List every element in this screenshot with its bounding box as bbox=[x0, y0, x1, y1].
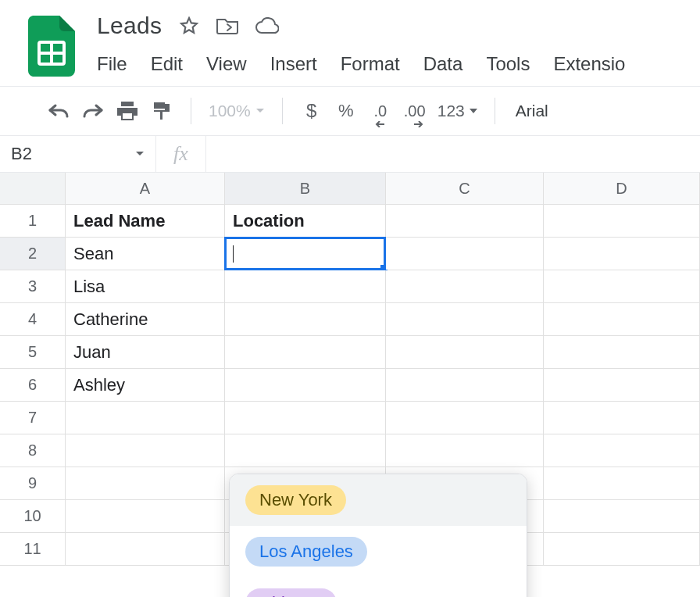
menu-tools[interactable]: Tools bbox=[486, 53, 530, 75]
cell-D9[interactable] bbox=[544, 467, 700, 499]
cell-B6[interactable] bbox=[225, 369, 386, 401]
cell-A5[interactable]: Juan bbox=[66, 336, 225, 368]
percent-format-button[interactable]: % bbox=[334, 98, 358, 124]
decrease-decimal-button[interactable]: .0 bbox=[369, 98, 392, 124]
cell-A7[interactable] bbox=[66, 402, 225, 434]
dropdown-option-los-angeles[interactable]: Los Angeles bbox=[230, 526, 527, 577]
cell-A6[interactable]: Ashley bbox=[66, 369, 225, 401]
cell-C8[interactable] bbox=[386, 434, 544, 467]
move-icon[interactable] bbox=[216, 16, 238, 35]
print-button[interactable] bbox=[116, 98, 139, 124]
menu-extensions[interactable]: Extensio bbox=[553, 53, 625, 75]
col-header-C[interactable]: C bbox=[386, 173, 544, 204]
toolbar: 100% $ % .0 .00 123 Arial bbox=[0, 98, 700, 124]
col-header-D[interactable]: D bbox=[544, 173, 700, 204]
cell-B4[interactable] bbox=[225, 303, 386, 335]
currency-format-button[interactable]: $ bbox=[300, 98, 323, 124]
row-header-3[interactable]: 3 bbox=[0, 270, 66, 302]
menu-bar: File Edit View Insert Format Data Tools … bbox=[97, 53, 625, 75]
menu-insert[interactable]: Insert bbox=[270, 53, 317, 75]
undo-button[interactable] bbox=[47, 98, 70, 124]
cell-D1[interactable] bbox=[544, 205, 700, 237]
row-header-9[interactable]: 9 bbox=[0, 467, 66, 499]
chip-chicago: Chicago bbox=[245, 588, 337, 597]
dropdown-option-chicago[interactable]: Chicago bbox=[230, 577, 527, 597]
cell-D6[interactable] bbox=[544, 369, 700, 401]
doc-title[interactable]: Leads bbox=[97, 13, 162, 39]
cell-B5[interactable] bbox=[225, 336, 386, 368]
cell-C4[interactable] bbox=[386, 303, 544, 335]
cell-D4[interactable] bbox=[544, 303, 700, 335]
cell-B7[interactable] bbox=[225, 402, 386, 434]
cell-D11[interactable] bbox=[544, 533, 700, 565]
row-header-7[interactable]: 7 bbox=[0, 402, 66, 434]
row-header-2[interactable]: 2 bbox=[0, 238, 66, 270]
select-all-corner[interactable] bbox=[0, 173, 66, 204]
cell-B1[interactable]: Location bbox=[225, 205, 386, 237]
cell-D8[interactable] bbox=[544, 434, 700, 467]
cell-A9[interactable] bbox=[66, 467, 225, 499]
name-box[interactable]: B2 bbox=[0, 136, 156, 172]
menu-edit[interactable]: Edit bbox=[151, 53, 183, 75]
name-box-value: B2 bbox=[11, 144, 32, 164]
star-icon[interactable] bbox=[179, 16, 199, 36]
redo-button[interactable] bbox=[81, 98, 105, 124]
cell-A3[interactable]: Lisa bbox=[66, 270, 225, 302]
number-format-select[interactable]: 123 bbox=[438, 102, 477, 120]
cell-A11[interactable] bbox=[66, 533, 225, 565]
formula-input[interactable] bbox=[206, 136, 700, 172]
row-header-5[interactable]: 5 bbox=[0, 336, 66, 368]
cell-C1[interactable] bbox=[386, 205, 544, 237]
font-select[interactable]: Arial bbox=[512, 102, 552, 120]
active-cell-border bbox=[224, 237, 386, 270]
menu-file[interactable]: File bbox=[97, 53, 127, 75]
row-header-8[interactable]: 8 bbox=[0, 434, 66, 467]
row-header-6[interactable]: 6 bbox=[0, 369, 66, 401]
col-header-B[interactable]: B bbox=[225, 173, 386, 204]
cell-A8[interactable] bbox=[66, 434, 225, 467]
row-header-4[interactable]: 4 bbox=[0, 303, 66, 335]
paint-format-button[interactable] bbox=[150, 98, 173, 124]
sheets-logo-icon[interactable] bbox=[28, 16, 75, 75]
cell-B3[interactable] bbox=[225, 270, 386, 302]
cell-D10[interactable] bbox=[544, 500, 700, 532]
cell-C3[interactable] bbox=[386, 270, 544, 302]
cell-C6[interactable] bbox=[386, 369, 544, 401]
row-header-10[interactable]: 10 bbox=[0, 500, 66, 532]
cell-A2[interactable]: Sean bbox=[66, 238, 225, 270]
dropdown-option-new-york[interactable]: New York bbox=[230, 474, 527, 526]
menu-format[interactable]: Format bbox=[341, 53, 400, 75]
row-header-11[interactable]: 11 bbox=[0, 533, 66, 565]
menu-view[interactable]: View bbox=[206, 53, 247, 75]
cell-C2[interactable] bbox=[386, 238, 544, 270]
cell-B2[interactable] bbox=[225, 238, 386, 270]
svg-rect-4 bbox=[123, 113, 132, 119]
cell-A1[interactable]: Lead Name bbox=[66, 205, 225, 237]
cell-C5[interactable] bbox=[386, 336, 544, 368]
cloud-status-icon[interactable] bbox=[255, 17, 279, 34]
data-validation-dropdown: New York Los Angeles Chicago Houston bbox=[229, 474, 527, 597]
chip-los-angeles: Los Angeles bbox=[245, 537, 367, 567]
cell-B8[interactable] bbox=[225, 434, 386, 467]
svg-rect-3 bbox=[121, 102, 134, 106]
zoom-value: 100% bbox=[209, 102, 251, 120]
fx-icon: fx bbox=[156, 136, 206, 172]
row-header-1[interactable]: 1 bbox=[0, 205, 66, 237]
cell-D2[interactable] bbox=[544, 238, 700, 270]
increase-decimal-button[interactable]: .00 bbox=[403, 98, 427, 124]
col-header-A[interactable]: A bbox=[66, 173, 225, 204]
menu-data[interactable]: Data bbox=[423, 53, 463, 75]
zoom-select[interactable]: 100% bbox=[209, 102, 265, 120]
chip-new-york: New York bbox=[245, 485, 346, 515]
cell-D5[interactable] bbox=[544, 336, 700, 368]
cell-C7[interactable] bbox=[386, 402, 544, 434]
cell-A10[interactable] bbox=[66, 500, 225, 532]
cell-D3[interactable] bbox=[544, 270, 700, 302]
cell-D7[interactable] bbox=[544, 402, 700, 434]
text-cursor bbox=[233, 245, 234, 263]
cell-A4[interactable]: Catherine bbox=[66, 303, 225, 335]
